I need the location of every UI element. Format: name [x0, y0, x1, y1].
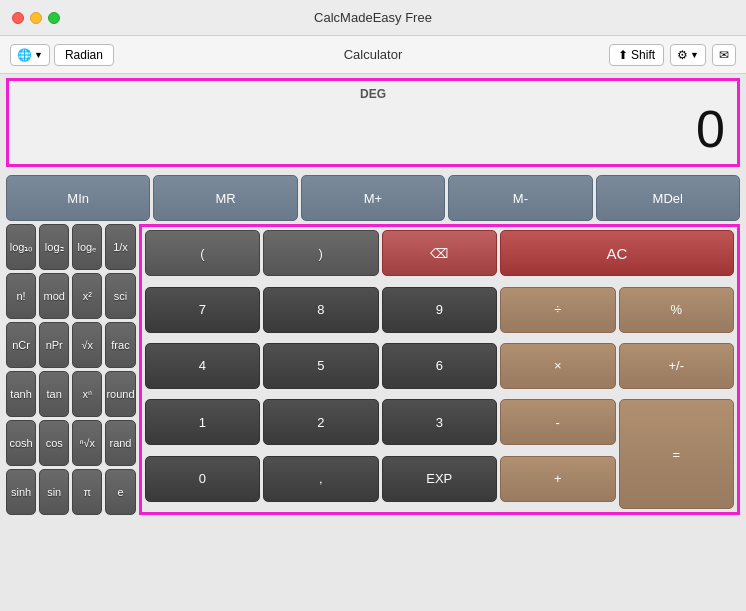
btn-ac[interactable]: AC [500, 230, 734, 276]
btn-log2[interactable]: log₂ [39, 224, 69, 270]
btn-sci[interactable]: sci [105, 273, 135, 319]
btn-plusminus[interactable]: +/- [619, 343, 735, 389]
btn-minus[interactable]: - [500, 399, 615, 445]
btn-backspace[interactable]: ⌫ [382, 230, 497, 276]
btn-sin[interactable]: sin [39, 469, 69, 515]
btn-dot[interactable]: , [263, 456, 378, 502]
display-mode: DEG [21, 87, 725, 101]
left-panel: log₁₀log₂logₑ1/xn!modx²scinCrnPr√xfracta… [6, 224, 136, 515]
gear-button[interactable]: ⚙ ▼ [670, 44, 706, 66]
btn-log10[interactable]: log₁₀ [6, 224, 36, 270]
btn-e[interactable]: e [105, 469, 135, 515]
btn-n0[interactable]: 0 [145, 456, 260, 502]
btn-mplus[interactable]: M+ [301, 175, 445, 221]
btn-nfact[interactable]: n! [6, 273, 36, 319]
chevron-down-icon: ▼ [34, 50, 43, 60]
btn-n3[interactable]: 3 [382, 399, 497, 445]
shift-label: Shift [631, 48, 655, 62]
btn-n6[interactable]: 6 [382, 343, 497, 389]
btn-mul[interactable]: × [500, 343, 615, 389]
traffic-lights [12, 12, 60, 24]
btn-add[interactable]: + [500, 456, 615, 502]
shift-icon: ⬆ [618, 48, 628, 62]
btn-n7[interactable]: 7 [145, 287, 260, 333]
display: DEG 0 [6, 78, 740, 167]
btn-loge[interactable]: logₑ [72, 224, 102, 270]
toolbar-right: ⬆ Shift ⚙ ▼ ✉ [609, 44, 736, 66]
btn-n8[interactable]: 8 [263, 287, 378, 333]
btn-tan[interactable]: tan [39, 371, 69, 417]
main-area: log₁₀log₂logₑ1/xn!modx²scinCrnPr√xfracta… [6, 224, 740, 515]
btn-mminus[interactable]: M- [448, 175, 592, 221]
radian-button[interactable]: Radian [54, 44, 114, 66]
mail-button[interactable]: ✉ [712, 44, 736, 66]
display-value: 0 [21, 101, 725, 158]
btn-pi[interactable]: π [72, 469, 102, 515]
gear-chevron-icon: ▼ [690, 50, 699, 60]
btn-rand[interactable]: rand [105, 420, 135, 466]
right-panel: ()⌫AC789÷%456×+/-123-=0,EXP+ [139, 224, 740, 515]
gear-icon: ⚙ [677, 48, 688, 62]
btn-x2[interactable]: x² [72, 273, 102, 319]
globe-icon: 🌐 [17, 48, 32, 62]
toolbar-left: 🌐 ▼ Radian [10, 44, 114, 66]
btn-eq[interactable]: = [619, 399, 735, 509]
calc-body: MInMRM+M-MDel log₁₀log₂logₑ1/xn!modx²sci… [0, 171, 746, 521]
btn-npr[interactable]: nPr [39, 322, 69, 368]
app-title: CalcMadeEasy Free [314, 10, 432, 25]
btn-frac[interactable]: frac [105, 322, 135, 368]
btn-lparen[interactable]: ( [145, 230, 260, 276]
btn-nroot[interactable]: ⁿ√x [72, 420, 102, 466]
btn-pct[interactable]: % [619, 287, 735, 333]
close-button[interactable] [12, 12, 24, 24]
btn-xn[interactable]: xⁿ [72, 371, 102, 417]
maximize-button[interactable] [48, 12, 60, 24]
btn-mln[interactable]: MIn [6, 175, 150, 221]
btn-n5[interactable]: 5 [263, 343, 378, 389]
minimize-button[interactable] [30, 12, 42, 24]
btn-cos[interactable]: cos [39, 420, 69, 466]
btn-cosh[interactable]: cosh [6, 420, 36, 466]
globe-button[interactable]: 🌐 ▼ [10, 44, 50, 66]
btn-sinh[interactable]: sinh [6, 469, 36, 515]
btn-sqrt[interactable]: √x [72, 322, 102, 368]
btn-exp[interactable]: EXP [382, 456, 497, 502]
btn-round[interactable]: round [105, 371, 135, 417]
toolbar: 🌐 ▼ Radian Calculator ⬆ Shift ⚙ ▼ ✉ [0, 36, 746, 74]
btn-inv[interactable]: 1/x [105, 224, 135, 270]
btn-mr[interactable]: MR [153, 175, 297, 221]
btn-n4[interactable]: 4 [145, 343, 260, 389]
btn-tanh[interactable]: tanh [6, 371, 36, 417]
btn-rparen[interactable]: ) [263, 230, 378, 276]
shift-button[interactable]: ⬆ Shift [609, 44, 664, 66]
title-bar: CalcMadeEasy Free [0, 0, 746, 36]
toolbar-center: Calculator [344, 47, 403, 62]
btn-div[interactable]: ÷ [500, 287, 615, 333]
btn-mdel[interactable]: MDel [596, 175, 740, 221]
memory-row: MInMRM+M-MDel [6, 175, 740, 221]
btn-n2[interactable]: 2 [263, 399, 378, 445]
btn-ncr[interactable]: nCr [6, 322, 36, 368]
toolbar-title: Calculator [344, 47, 403, 62]
btn-mod[interactable]: mod [39, 273, 69, 319]
btn-n9[interactable]: 9 [382, 287, 497, 333]
btn-n1[interactable]: 1 [145, 399, 260, 445]
